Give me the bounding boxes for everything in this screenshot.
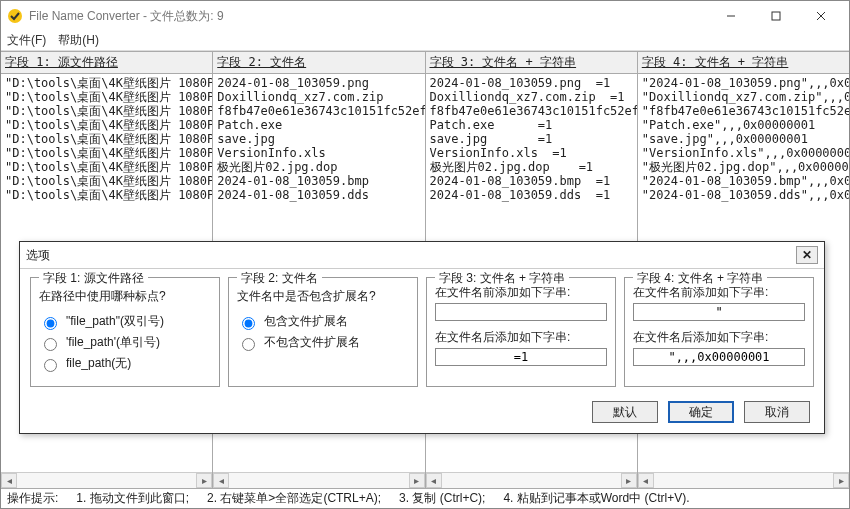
radio-input-exclude-ext[interactable] — [242, 338, 255, 351]
scroll-right-icon[interactable]: ▸ — [409, 473, 425, 488]
radio-label: file_path(无) — [66, 355, 131, 372]
group-field4: 字段 4: 文件名 + 字符串 在文件名前添加如下字串: 在文件名后添加如下字串… — [624, 277, 814, 387]
scroll-left-icon[interactable]: ◂ — [638, 473, 654, 488]
group-field3: 字段 3: 文件名 + 字符串 在文件名前添加如下字串: 在文件名后添加如下字串… — [426, 277, 616, 387]
group1-question: 在路径中使用哪种标点? — [39, 288, 211, 305]
scroll-left-icon[interactable]: ◂ — [213, 473, 229, 488]
group2-question: 文件名中是否包含扩展名? — [237, 288, 409, 305]
group3-after-label: 在文件名后添加如下字串: — [435, 329, 607, 346]
button-label: 确定 — [689, 404, 713, 421]
maximize-button[interactable] — [753, 1, 798, 31]
status-hint-2: 2. 右键菜单>全部选定(CTRL+A); — [207, 490, 381, 507]
default-button[interactable]: 默认 — [592, 401, 658, 423]
options-dialog: 选项 ✕ 字段 1: 源文件路径 在路径中使用哪种标点? "file_path"… — [19, 241, 825, 434]
radio-label: 不包含文件扩展名 — [264, 334, 360, 351]
scroll-left-icon[interactable]: ◂ — [1, 473, 17, 488]
app-window: File Name Converter - 文件总数为: 9 文件(F) 帮助(… — [0, 0, 850, 509]
status-label: 操作提示: — [7, 490, 58, 507]
scroll-track[interactable] — [229, 473, 408, 488]
svg-rect-2 — [772, 12, 780, 20]
menu-file[interactable]: 文件(F) — [7, 32, 46, 49]
window-title: File Name Converter - 文件总数为: 9 — [29, 8, 708, 25]
menubar: 文件(F) 帮助(H) — [1, 31, 849, 51]
scroll-right-icon[interactable]: ▸ — [833, 473, 849, 488]
status-hint-4: 4. 粘贴到记事本或Word中 (Ctrl+V). — [503, 490, 689, 507]
dialog-title: 选项 — [26, 247, 50, 264]
column-header: 字段 1: 源文件路径 — [1, 52, 212, 74]
radio-include-ext[interactable]: 包含文件扩展名 — [237, 313, 409, 330]
dialog-titlebar: 选项 ✕ — [20, 242, 824, 269]
group3-after-input[interactable] — [435, 348, 607, 366]
horizontal-scrollbar[interactable]: ◂▸ — [638, 472, 849, 488]
cancel-button[interactable]: 取消 — [744, 401, 810, 423]
column-header: 字段 4: 文件名 + 字符串 — [638, 52, 849, 74]
horizontal-scrollbar[interactable]: ◂▸ — [213, 472, 424, 488]
horizontal-scrollbar[interactable]: ◂▸ — [1, 472, 212, 488]
scroll-track[interactable] — [17, 473, 196, 488]
scroll-track[interactable] — [654, 473, 833, 488]
close-icon: ✕ — [802, 248, 812, 262]
status-hint-1: 1. 拖动文件到此窗口; — [76, 490, 189, 507]
status-hint-3: 3. 复制 (Ctrl+C); — [399, 490, 485, 507]
group1-legend: 字段 1: 源文件路径 — [39, 270, 148, 287]
radio-label: 包含文件扩展名 — [264, 313, 348, 330]
radio-double-quote[interactable]: "file_path"(双引号) — [39, 313, 211, 330]
radio-input-double-quote[interactable] — [44, 317, 57, 330]
group-field1: 字段 1: 源文件路径 在路径中使用哪种标点? "file_path"(双引号)… — [30, 277, 220, 387]
group4-after-label: 在文件名后添加如下字串: — [633, 329, 805, 346]
radio-input-include-ext[interactable] — [242, 317, 255, 330]
scroll-right-icon[interactable]: ▸ — [196, 473, 212, 488]
maximize-icon — [771, 11, 781, 21]
group4-before-input[interactable] — [633, 303, 805, 321]
column-header: 字段 3: 文件名 + 字符串 — [426, 52, 637, 74]
scroll-right-icon[interactable]: ▸ — [621, 473, 637, 488]
button-label: 默认 — [613, 404, 637, 421]
radio-label: "file_path"(双引号) — [66, 313, 164, 330]
svg-point-0 — [8, 9, 22, 23]
horizontal-scrollbar[interactable]: ◂▸ — [426, 472, 637, 488]
group3-legend: 字段 3: 文件名 + 字符串 — [435, 270, 569, 287]
button-label: 取消 — [765, 404, 789, 421]
radio-single-quote[interactable]: 'file_path'(单引号) — [39, 334, 211, 351]
group-field2: 字段 2: 文件名 文件名中是否包含扩展名? 包含文件扩展名 不包含文件扩展名 — [228, 277, 418, 387]
close-icon — [816, 11, 826, 21]
dialog-body: 字段 1: 源文件路径 在路径中使用哪种标点? "file_path"(双引号)… — [20, 269, 824, 395]
radio-input-single-quote[interactable] — [44, 338, 57, 351]
radio-exclude-ext[interactable]: 不包含文件扩展名 — [237, 334, 409, 351]
ok-button[interactable]: 确定 — [668, 401, 734, 423]
dialog-buttons: 默认 确定 取消 — [20, 395, 824, 433]
group3-before-input[interactable] — [435, 303, 607, 321]
minimize-button[interactable] — [708, 1, 753, 31]
column-header: 字段 2: 文件名 — [213, 52, 424, 74]
window-buttons — [708, 1, 843, 31]
scroll-left-icon[interactable]: ◂ — [426, 473, 442, 488]
group2-legend: 字段 2: 文件名 — [237, 270, 322, 287]
group4-after-input[interactable] — [633, 348, 805, 366]
menu-help[interactable]: 帮助(H) — [58, 32, 99, 49]
titlebar: File Name Converter - 文件总数为: 9 — [1, 1, 849, 31]
group4-legend: 字段 4: 文件名 + 字符串 — [633, 270, 767, 287]
dialog-close-button[interactable]: ✕ — [796, 246, 818, 264]
scroll-track[interactable] — [442, 473, 621, 488]
close-button[interactable] — [798, 1, 843, 31]
minimize-icon — [726, 11, 736, 21]
statusbar: 操作提示: 1. 拖动文件到此窗口; 2. 右键菜单>全部选定(CTRL+A);… — [1, 488, 849, 508]
app-icon — [7, 8, 23, 24]
radio-input-no-quote[interactable] — [44, 359, 57, 372]
radio-no-quote[interactable]: file_path(无) — [39, 355, 211, 372]
radio-label: 'file_path'(单引号) — [66, 334, 160, 351]
